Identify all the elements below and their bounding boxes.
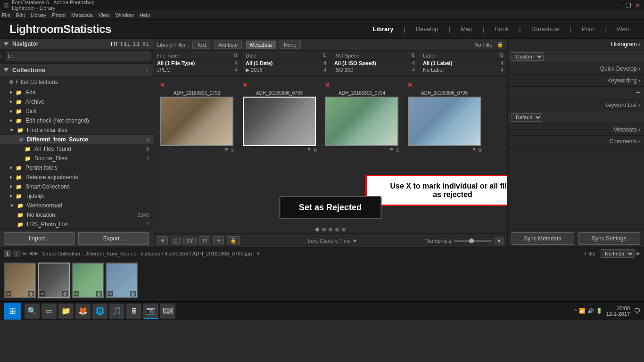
- filter-none-btn[interactable]: None: [280, 41, 300, 49]
- navigator-header[interactable]: Navigator FIT FILL 1:1 3:1: [0, 39, 153, 49]
- menu-help[interactable]: Help: [140, 12, 150, 18]
- filetype-sort-icon[interactable]: ⇅: [233, 52, 238, 58]
- close-button[interactable]: ✕: [635, 2, 640, 9]
- menu-file[interactable]: File: [2, 12, 10, 18]
- nav-library[interactable]: Library: [370, 25, 396, 33]
- collection-item-dick[interactable]: 📁 Dick: [0, 107, 153, 116]
- menu-library[interactable]: Library: [31, 12, 47, 18]
- zoom-3to1[interactable]: 3:1: [142, 41, 149, 47]
- keywording-label[interactable]: Keywording ›: [512, 77, 640, 84]
- nav-develop[interactable]: Develop: [413, 25, 441, 33]
- date-2016[interactable]: ▶ 2016 4: [246, 66, 326, 74]
- label-header[interactable]: Label: [423, 53, 436, 58]
- people-view-btn[interactable]: ⊟: [213, 236, 224, 245]
- survey-view-btn[interactable]: ⊡: [199, 236, 210, 245]
- filter-collections[interactable]: Filter Collections: [0, 76, 153, 88]
- nav-slideshow[interactable]: Slideshow: [528, 25, 562, 33]
- taskbar-photo-icon[interactable]: 📷: [143, 304, 158, 319]
- label-nolabel[interactable]: No Label 4: [423, 66, 504, 73]
- taskbar-search-icon[interactable]: 🔍: [25, 304, 40, 319]
- filter-arrow-btn[interactable]: ▶: [636, 250, 640, 256]
- iso-200[interactable]: ISO 200 4: [334, 66, 415, 73]
- iso-all[interactable]: All (1 ISO Speed) 4: [334, 60, 415, 66]
- toolbar-lock-btn[interactable]: 🔒: [227, 236, 240, 245]
- thumbnails-slider[interactable]: [454, 240, 492, 242]
- collection-item-nolocation[interactable]: 📁 No location 3243: [0, 210, 153, 220]
- maximize-button[interactable]: ❐: [626, 2, 631, 9]
- collections-add-btn[interactable]: +: [145, 66, 149, 74]
- quick-develop-label[interactable]: Quick Develop ›: [512, 66, 640, 72]
- status-prev-btn[interactable]: ◀: [29, 250, 33, 256]
- status-next-btn[interactable]: ▶: [34, 250, 38, 256]
- nav-map[interactable]: Map: [458, 25, 475, 33]
- photo-793-thumb[interactable]: [243, 97, 316, 146]
- collection-item-relative[interactable]: 📁 Relative adjustments: [0, 173, 153, 182]
- dot-5[interactable]: [342, 228, 346, 231]
- dot-2[interactable]: [322, 228, 326, 231]
- taskbar-music-icon[interactable]: 🎵: [109, 304, 124, 319]
- label-all[interactable]: All (1 Label) 4: [423, 60, 504, 66]
- filetype-jpeg[interactable]: JPEG 4: [157, 66, 238, 73]
- export-button[interactable]: Export...: [78, 232, 149, 245]
- menu-window[interactable]: Window: [116, 12, 134, 18]
- taskbar-explorer-icon[interactable]: 📁: [58, 304, 74, 319]
- filmstrip-thumb-3[interactable]: ☑ ◎: [72, 263, 104, 298]
- label-sort-icon[interactable]: ⇅: [499, 52, 504, 58]
- iso-sort-icon[interactable]: ⇅: [411, 52, 415, 58]
- collection-item-werkvoorraad[interactable]: 📁 Werkvoorraad: [0, 201, 153, 210]
- sync-metadata-button[interactable]: Sync Metadata: [512, 232, 574, 245]
- comments-label[interactable]: Comments ›: [512, 138, 640, 145]
- collections-header[interactable]: Collections − +: [0, 64, 153, 76]
- filmstrip-thumb-2[interactable]: ☑ ◎: [38, 263, 70, 298]
- lock-icon[interactable]: 🔒: [497, 41, 504, 48]
- taskbar-taskview-icon[interactable]: ▭: [41, 304, 57, 319]
- compare-view-btn[interactable]: XY: [183, 237, 197, 245]
- dot-4[interactable]: [335, 228, 339, 231]
- collection-item-archive[interactable]: 📁 Archive: [0, 97, 153, 107]
- taskbar-clock[interactable]: 20:00 12-1-2017: [606, 305, 630, 317]
- menu-photo[interactable]: Photo: [52, 12, 66, 18]
- collection-item-smart[interactable]: 📁 Smart Collections: [0, 182, 153, 191]
- taskbar-network-icon[interactable]: 📶: [579, 308, 586, 314]
- filter-text-btn[interactable]: Text: [192, 41, 210, 49]
- status-num1[interactable]: 1: [4, 250, 11, 257]
- thumbnails-dropdown-btn[interactable]: ▼: [495, 237, 504, 245]
- nav-print[interactable]: Print: [578, 25, 597, 33]
- loupe-view-btn[interactable]: □: [171, 237, 181, 245]
- collection-item-lrsphoto[interactable]: 📁 LRS_Photo_List 2: [0, 220, 153, 229]
- histogram-label[interactable]: Histogram ›: [512, 41, 640, 48]
- taskbar-firefox-icon[interactable]: 🦊: [75, 304, 91, 319]
- taskbar-volume-icon[interactable]: 🔊: [587, 308, 594, 314]
- nav-web[interactable]: Web: [614, 25, 632, 33]
- taskbar-arrow-icon[interactable]: ^: [575, 308, 577, 314]
- import-button[interactable]: Import...: [4, 232, 74, 245]
- taskbar-battery-icon[interactable]: 🔋: [596, 308, 603, 314]
- metadata-label[interactable]: Metadata ›: [512, 126, 640, 133]
- add-keyword-btn[interactable]: +: [636, 89, 640, 97]
- collection-item-tijdelijk[interactable]: 📁 Tijdelijk: [0, 191, 153, 201]
- photo-795-thumb[interactable]: [408, 97, 481, 146]
- filmstrip-thumb-4[interactable]: ☑ ◎: [106, 263, 138, 298]
- default-select[interactable]: Default: [512, 113, 542, 122]
- window-controls[interactable]: — ❐ ✕: [616, 2, 640, 9]
- grid-view-btn[interactable]: ⊞: [157, 236, 168, 245]
- date-all[interactable]: All (1 Date) 4: [246, 60, 326, 66]
- collection-item-different-from-source[interactable]: ⚙ Different_from_Source 4: [0, 135, 153, 144]
- status-num2[interactable]: 2: [13, 250, 21, 257]
- dot-1[interactable]: [315, 228, 319, 231]
- sync-settings-button[interactable]: Sync Settings: [578, 232, 641, 245]
- photo-794-thumb[interactable]: [325, 97, 398, 146]
- photo-792-thumb[interactable]: [160, 97, 233, 146]
- start-button[interactable]: ⊞: [4, 303, 21, 320]
- taskbar-notification-icon[interactable]: 🗨: [634, 307, 640, 315]
- collection-item-editcheck[interactable]: 📁 Edit check (Not changed): [0, 116, 153, 125]
- filter-metadata-btn[interactable]: Metadata: [246, 41, 276, 49]
- nav-book[interactable]: Book: [492, 25, 512, 33]
- taskbar-monitor-icon[interactable]: 🖥: [126, 304, 141, 319]
- dot-3[interactable]: [329, 228, 332, 231]
- status-dropdown-arrow[interactable]: ▼: [256, 251, 261, 256]
- filter-attribute-btn[interactable]: Attribute: [214, 41, 242, 49]
- filetype-all[interactable]: All (1 File Type) 4: [157, 60, 238, 66]
- filmstrip-thumb-1[interactable]: ☑ ◎: [4, 263, 36, 298]
- menu-edit[interactable]: Edit: [16, 12, 25, 18]
